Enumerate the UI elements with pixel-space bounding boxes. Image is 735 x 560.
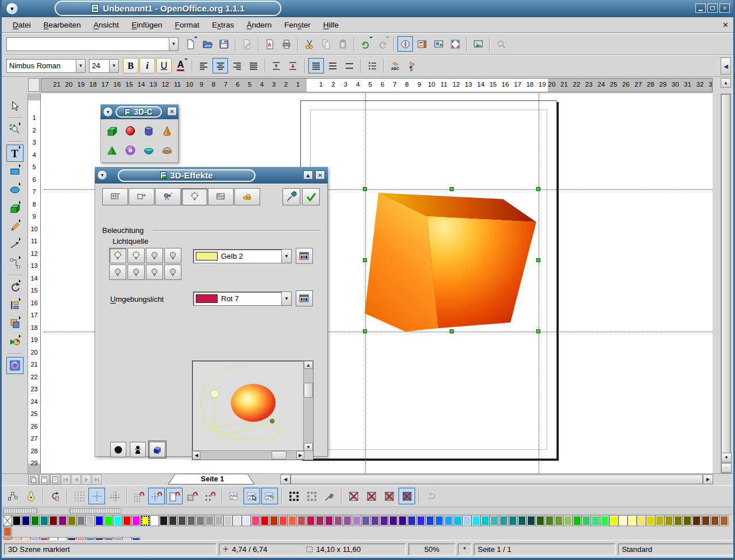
- option-modify-attributes[interactable]: [321, 488, 338, 504]
- color-swatch[interactable]: [609, 515, 618, 526]
- color-swatch[interactable]: [113, 515, 122, 526]
- color-swatch[interactable]: [646, 515, 655, 526]
- color-swatch[interactable]: [67, 515, 76, 526]
- 3d-effects-pin-icon[interactable]: ▲: [303, 170, 313, 180]
- page-tab[interactable]: Seite 1: [167, 474, 258, 485]
- menu-fenster[interactable]: Fenster: [278, 19, 317, 31]
- 3d-shape-cube[interactable]: [103, 122, 121, 140]
- color-swatch[interactable]: [223, 515, 233, 526]
- light-source-3-button[interactable]: [146, 248, 163, 263]
- color-swatch-none[interactable]: [3, 515, 12, 526]
- light-source-4-button[interactable]: [164, 248, 181, 263]
- font-name-dropdown-icon[interactable]: ▼: [76, 60, 85, 72]
- option-handles-simple[interactable]: [303, 488, 320, 504]
- 3d-palette-close-icon[interactable]: ✕: [167, 107, 177, 116]
- color-swatch[interactable]: [86, 515, 95, 526]
- color-swatch[interactable]: [536, 515, 545, 526]
- color-swatch[interactable]: [187, 515, 196, 526]
- 3d-shape-shell[interactable]: [140, 141, 158, 160]
- hscroll-right-icon[interactable]: ▶: [703, 475, 713, 484]
- tab-textures[interactable]: [208, 188, 234, 205]
- tool-zoom-tool[interactable]: [6, 121, 24, 138]
- tool-text-tool[interactable]: T: [6, 145, 24, 162]
- toolbar-zoom-page[interactable]: [447, 36, 463, 52]
- color-swatch[interactable]: [324, 515, 334, 526]
- color-swatch[interactable]: [352, 515, 361, 526]
- scroll-up-icon[interactable]: ▲: [721, 78, 731, 88]
- status-zoom[interactable]: 50%: [408, 543, 455, 555]
- color-swatch[interactable]: [674, 515, 683, 526]
- scroll-down-icon[interactable]: ▼: [721, 453, 732, 462]
- color-swatch[interactable]: [389, 515, 398, 526]
- color-swatch[interactable]: [398, 515, 407, 526]
- 3d-shape-pyramid[interactable]: [103, 141, 121, 160]
- toolbar-collapse-button[interactable]: ◀: [721, 57, 731, 75]
- color-swatch[interactable]: [508, 515, 517, 526]
- color-swatch[interactable]: [288, 515, 297, 526]
- url-combo[interactable]: ▼: [6, 37, 179, 51]
- color-swatch[interactable]: [600, 515, 609, 526]
- color-swatch[interactable]: [471, 515, 481, 526]
- toolbar-stylist[interactable]: [414, 36, 430, 52]
- selection-handle[interactable]: [536, 187, 540, 191]
- option-snap-margins[interactable]: [166, 488, 183, 504]
- color-swatch[interactable]: [481, 515, 490, 526]
- ambient-color-dropdown-icon[interactable]: ▼: [281, 292, 291, 305]
- 3d-palette-titlebar[interactable]: ▼ 3D-C ✕: [100, 104, 179, 119]
- page-last-button[interactable]: [92, 475, 102, 485]
- close-document-icon[interactable]: ✕: [722, 21, 729, 29]
- tool-objects-3d[interactable]: [6, 200, 24, 217]
- color-swatch[interactable]: [545, 515, 554, 526]
- color-swatch[interactable]: [21, 515, 30, 526]
- color-swatch[interactable]: [719, 515, 729, 526]
- preview-mode-figure-button[interactable]: [130, 442, 146, 457]
- tab-material[interactable]: [234, 188, 260, 205]
- font-size-combo[interactable]: ▼: [89, 59, 119, 73]
- color-swatch[interactable]: [278, 515, 288, 526]
- tool-select[interactable]: [6, 98, 24, 115]
- vertical-scrollbar-thumb[interactable]: [721, 94, 730, 456]
- color-swatch[interactable]: [517, 515, 527, 526]
- toolbar-grip[interactable]: [3, 508, 37, 514]
- color-swatch[interactable]: [710, 515, 719, 526]
- color-swatch[interactable]: [407, 515, 416, 526]
- option-helplines-visible[interactable]: [88, 488, 105, 504]
- font-name-input[interactable]: [7, 60, 76, 72]
- tab-shading[interactable]: [155, 188, 181, 205]
- format-line-spacing-2[interactable]: [342, 58, 357, 73]
- option-placeholder-text[interactable]: [363, 488, 380, 504]
- toolbar-insert-image[interactable]: [470, 36, 486, 52]
- light-preview[interactable]: [193, 361, 304, 451]
- 3d-effects-menu-button[interactable]: ▼: [97, 170, 107, 180]
- font-size-input[interactable]: [90, 60, 109, 72]
- option-exit-all-groups[interactable]: [423, 488, 439, 504]
- tool-connector-tool[interactable]: [6, 255, 24, 272]
- toolbar-gallery[interactable]: [431, 36, 446, 52]
- light-color-combo[interactable]: Gelb 2 ▼: [193, 249, 292, 263]
- dropdown-arrow-icon[interactable]: [386, 37, 389, 40]
- option-rotation-mode[interactable]: [47, 488, 63, 504]
- color-swatch[interactable]: [269, 515, 278, 526]
- dropdown-arrow-icon[interactable]: [369, 37, 373, 40]
- status-template[interactable]: Standard: [618, 543, 734, 555]
- color-swatch[interactable]: [196, 515, 205, 526]
- color-swatch[interactable]: [49, 515, 58, 526]
- horizontal-ruler[interactable]: 2120191817161514131211109876543211234567…: [41, 78, 713, 92]
- color-swatch[interactable]: [499, 515, 508, 526]
- color-swatch[interactable]: [490, 515, 499, 526]
- color-swatch[interactable]: [214, 515, 223, 526]
- color-swatch[interactable]: [628, 515, 637, 526]
- format-align-left[interactable]: [196, 58, 211, 73]
- menu-extras[interactable]: Extras: [206, 19, 240, 31]
- navigation-button[interactable]: ◦: [721, 463, 732, 473]
- format-character-dialog[interactable]: ABC: [388, 58, 403, 73]
- slide-mode-button[interactable]: [39, 475, 49, 485]
- preview-vthumb[interactable]: [304, 383, 313, 398]
- format-bullets[interactable]: [365, 58, 380, 73]
- toolbar-copy[interactable]: [318, 36, 334, 52]
- option-snap-border[interactable]: [184, 488, 200, 504]
- page-first-button[interactable]: [61, 475, 71, 485]
- option-snap-helplines[interactable]: [148, 488, 165, 504]
- apply-button[interactable]: [302, 188, 320, 205]
- color-swatch[interactable]: [618, 515, 628, 526]
